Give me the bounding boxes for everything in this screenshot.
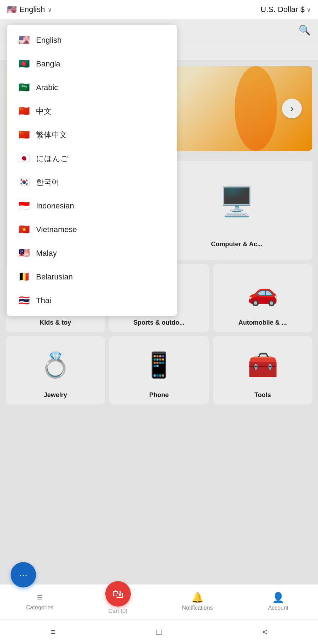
nav-tab-notifications[interactable]: 🔔 Notifications [182,592,213,611]
notifications-label: Notifications [182,605,213,611]
bottom-nav: ≡ Categories 🛍 Cart (0) 🔔 Notifications … [0,584,318,619]
top-bar: 🇺🇸 English ∨ U.S. Dollar $ ∨ [0,0,318,19]
lang-label-0: English [36,36,61,45]
categories-icon: ≡ [37,592,42,603]
nav-tab-cart-container: 🛍 Cart (0) [105,588,131,614]
lang-chevron-icon: ∨ [48,6,52,13]
lang-label-1: Bangla [36,59,60,69]
chat-button[interactable]: ··· [11,562,36,587]
lang-item-繁体中文[interactable]: 🇨🇳繁体中文 [7,123,177,147]
lang-label-2: Arabic [36,83,58,92]
lang-label-9: Malay [36,249,57,258]
currency-text: U.S. Dollar $ [260,5,305,14]
lang-item-english[interactable]: 🇺🇸English [7,28,177,52]
lang-flag-0: 🇺🇸 [18,35,30,46]
categories-label: Categories [26,604,53,611]
currency-selector[interactable]: U.S. Dollar $ ∨ [260,5,311,14]
lang-text: English [19,5,45,14]
lang-label-4: 繁体中文 [36,130,67,140]
cart-label: Cart (0) [108,608,128,614]
lang-label-3: 中文 [36,106,52,117]
lang-flag-5: 🇯🇵 [18,153,30,164]
lang-label-5: にほんご [36,153,69,164]
nav-tab-categories[interactable]: ≡ Categories [26,592,54,611]
lang-item-belarusian[interactable]: 🇧🇪Belarusian [7,265,177,289]
language-selector[interactable]: 🇺🇸 English ∨ [7,5,52,14]
lang-flag-2: 🇸🇦 [18,82,30,93]
lang-flag-11: 🇹🇭 [18,295,30,306]
lang-label-10: Belarusian [36,272,73,282]
system-menu-icon[interactable]: ≡ [40,624,66,640]
lang-label-8: Vietnamese [36,225,77,234]
lang-flag-4: 🇨🇳 [18,129,30,140]
lang-flag-6: 🇰🇷 [18,177,30,188]
language-dropdown: 🇺🇸English🇧🇩Bangla🇸🇦Arabic🇨🇳中文🇨🇳繁体中文🇯🇵にほん… [7,25,177,316]
lang-flag: 🇺🇸 [7,5,17,14]
lang-label-11: Thai [36,296,51,305]
lang-flag-3: 🇨🇳 [18,106,30,117]
cart-icon: 🛍 [112,587,124,601]
lang-item-malay[interactable]: 🇲🇾Malay [7,241,177,265]
lang-label-6: 한국어 [36,177,59,188]
lang-item-vietnamese[interactable]: 🇻🇳Vietnamese [7,218,177,241]
lang-item-bangla[interactable]: 🇧🇩Bangla [7,52,177,76]
lang-flag-8: 🇻🇳 [18,224,30,235]
lang-item-indonesian[interactable]: 🇮🇩Indonesian [7,194,177,218]
lang-item-thai[interactable]: 🇹🇭Thai [7,289,177,312]
system-home-icon[interactable]: □ [146,624,172,640]
lang-item-한국어[interactable]: 🇰🇷한국어 [7,170,177,194]
system-back-icon[interactable]: < [252,624,278,640]
account-icon: 👤 [272,592,284,603]
system-nav: ≡ □ < [0,619,318,644]
cart-button[interactable]: 🛍 [105,581,131,607]
lang-flag-9: 🇲🇾 [18,248,30,259]
chat-icon: ··· [19,569,27,580]
nav-tab-account[interactable]: 👤 Account [264,592,292,611]
account-label: Account [268,605,288,611]
lang-item-にほんご[interactable]: 🇯🇵にほんご [7,147,177,170]
currency-chevron-icon: ∨ [307,6,311,13]
lang-item-arabic[interactable]: 🇸🇦Arabic [7,76,177,99]
lang-flag-7: 🇮🇩 [18,200,30,211]
lang-flag-10: 🇧🇪 [18,271,30,282]
lang-label-7: Indonesian [36,201,74,211]
lang-flag-1: 🇧🇩 [18,58,30,69]
notifications-icon: 🔔 [191,592,204,603]
lang-item-中文[interactable]: 🇨🇳中文 [7,99,177,123]
